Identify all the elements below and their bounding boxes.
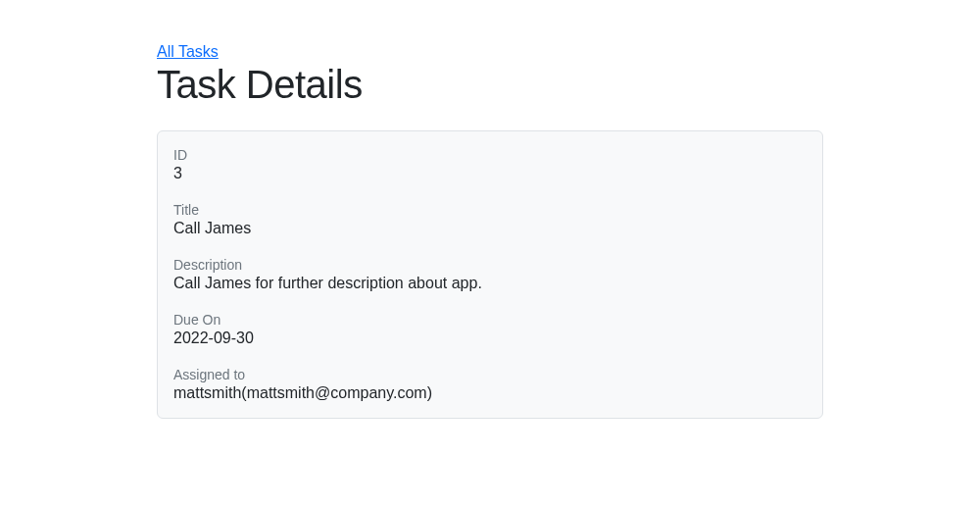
- breadcrumb-all-tasks[interactable]: All Tasks: [157, 43, 219, 60]
- value-due-on: 2022-09-30: [173, 330, 807, 347]
- value-id: 3: [173, 165, 807, 182]
- label-assigned-to: Assigned to: [173, 367, 807, 382]
- field-due-on: Due On 2022-09-30: [173, 312, 807, 347]
- value-title: Call James: [173, 220, 807, 237]
- label-due-on: Due On: [173, 312, 807, 328]
- field-title: Title Call James: [173, 202, 807, 237]
- label-description: Description: [173, 257, 807, 273]
- label-id: ID: [173, 147, 807, 163]
- field-id: ID 3: [173, 147, 807, 182]
- value-assigned-to: mattsmith(mattsmith@company.com): [173, 384, 807, 402]
- field-assigned-to: Assigned to mattsmith(mattsmith@company.…: [173, 367, 807, 402]
- page-title: Task Details: [157, 63, 823, 107]
- field-description: Description Call James for further descr…: [173, 257, 807, 292]
- task-details-card: ID 3 Title Call James Description Call J…: [157, 130, 823, 419]
- value-description: Call James for further description about…: [173, 275, 807, 292]
- label-title: Title: [173, 202, 807, 218]
